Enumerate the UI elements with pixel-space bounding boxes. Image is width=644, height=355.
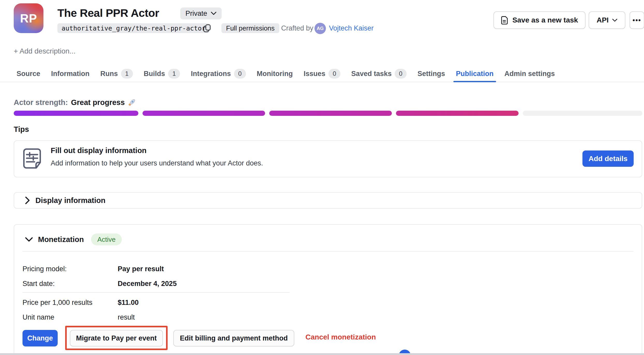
tab-runs[interactable]: Runs1 [100, 65, 133, 82]
rocket-emoji [128, 99, 136, 107]
actor-strength-value: Great progress [71, 98, 125, 107]
visibility-dropdown[interactable]: Private [180, 7, 222, 19]
chevron-down-icon [25, 237, 33, 242]
chevron-down-icon [612, 19, 617, 22]
copy-actor-path-button[interactable] [203, 24, 212, 33]
page-title: The Real PPR Actor [57, 7, 159, 19]
crafted-by-label: Crafted by [281, 24, 313, 32]
display-information-toggle[interactable]: Display information [25, 192, 106, 209]
save-as-new-task-label: Save as a new task [512, 16, 578, 24]
tips-card-title: Fill out display information [51, 146, 147, 155]
actor-logo-initials: RP [20, 11, 37, 25]
strength-bar-segment-1 [14, 111, 138, 116]
chevron-right-icon [25, 197, 30, 204]
horizontal-scrollbar[interactable] [0, 353, 644, 355]
unit-name-label: Unit name [23, 312, 54, 322]
save-as-new-task-button[interactable]: Save as a new task [493, 11, 586, 29]
tab-admin-settings[interactable]: Admin settings [504, 65, 555, 82]
author-avatar[interactable]: AG [314, 23, 326, 34]
api-dropdown-button[interactable]: API [589, 11, 625, 29]
monetization-toggle[interactable]: Monetization Active [25, 232, 122, 247]
display-information-card [14, 192, 642, 209]
ellipsis-icon: ••• [633, 16, 641, 24]
pricing-divider [23, 292, 290, 293]
document-icon [501, 16, 508, 25]
add-description-button[interactable]: + Add description... [14, 47, 76, 55]
unit-name-value: result [118, 312, 135, 322]
actor-path-chip: authoritative_gray/the-real-ppr-actor [57, 23, 210, 33]
more-actions-button[interactable]: ••• [630, 11, 644, 29]
strength-bar-segment-3 [269, 111, 392, 116]
author-link[interactable]: Vojtech Kaiser [329, 24, 374, 32]
actor-strength-label: Actor strength: [14, 98, 68, 107]
tab-saved-tasks-count: 0 [395, 69, 407, 79]
tab-saved-tasks[interactable]: Saved tasks0 [351, 65, 407, 82]
tab-builds[interactable]: Builds1 [144, 65, 180, 82]
start-date-label: Start date: [23, 278, 55, 289]
api-label: API [597, 16, 609, 24]
tab-monitoring[interactable]: Monitoring [257, 65, 293, 82]
price-per-1000-value: $11.00 [118, 297, 139, 308]
visibility-label: Private [185, 10, 207, 18]
tab-information[interactable]: Information [51, 65, 90, 82]
copy-icon [203, 24, 211, 33]
tab-issues[interactable]: Issues0 [304, 65, 340, 82]
strength-bar-segment-4 [396, 111, 519, 116]
tips-card-description: Add information to help your users under… [51, 159, 263, 167]
tab-bar: Source Information Runs1 Builds1 Integra… [17, 65, 555, 82]
tab-integrations[interactable]: Integrations0 [191, 65, 246, 82]
strength-bar-segment-2 [143, 111, 265, 116]
pricing-model-label: Pricing model: [23, 264, 67, 274]
tab-source[interactable]: Source [17, 65, 40, 82]
tab-builds-count: 1 [168, 69, 180, 79]
monetization-status-badge: Active [91, 233, 122, 245]
author-avatar-initials: AG [317, 26, 324, 31]
display-information-title: Display information [35, 196, 106, 205]
cancel-monetization-link[interactable]: Cancel monetization [305, 333, 376, 341]
tab-integrations-count: 0 [234, 69, 246, 79]
add-details-button[interactable]: Add details [582, 150, 634, 167]
actor-strength: Actor strength: Great progress [14, 98, 136, 107]
permissions-badge: Full permissions [221, 23, 279, 33]
pricing-model-value: Pay per result [118, 264, 164, 274]
tab-issues-count: 0 [328, 69, 340, 79]
tips-card [14, 140, 642, 177]
actor-logo: RP [14, 3, 43, 33]
tab-settings[interactable]: Settings [417, 65, 445, 82]
migrate-to-pay-per-event-button[interactable]: Migrate to Pay per event [70, 330, 163, 346]
monetization-title: Monetization [38, 235, 84, 244]
start-date-value: December 4, 2025 [118, 278, 177, 289]
change-button[interactable]: Change [23, 330, 58, 346]
tab-publication[interactable]: Publication [456, 65, 494, 82]
tips-heading: Tips [14, 125, 29, 134]
strength-bar-segment-5-empty [523, 111, 642, 116]
actor-detail-page: RP The Real PPR Actor Private authoritat… [0, 0, 644, 355]
chevron-down-icon [211, 12, 216, 15]
edit-billing-button[interactable]: Edit billing and payment method [173, 330, 294, 346]
form-document-icon [22, 148, 42, 169]
tab-runs-count: 1 [121, 69, 133, 79]
monetization-header-divider [23, 251, 633, 252]
price-per-1000-label: Price per 1,000 results [23, 297, 92, 308]
